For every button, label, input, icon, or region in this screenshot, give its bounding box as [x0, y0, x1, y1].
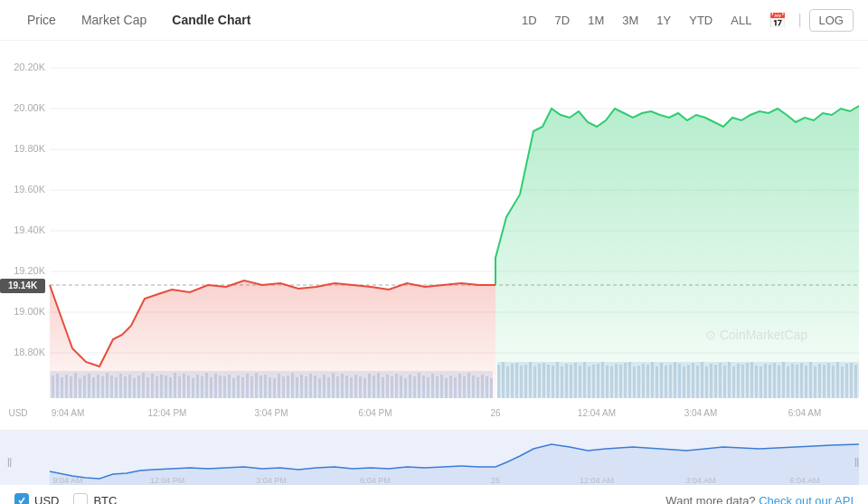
footer: USD BTC Want more data? Check out our AP… — [0, 484, 868, 504]
svg-text:12:04 AM: 12:04 AM — [578, 408, 616, 418]
legend-btc[interactable]: BTC — [73, 493, 117, 504]
svg-text:26: 26 — [490, 408, 501, 418]
btc-label: BTC — [93, 494, 117, 505]
mini-chart[interactable]: || || 9:04 AM 12:04 PM 3:04 PM 6:04 PM 2… — [0, 430, 868, 484]
svg-text:20.00K: 20.00K — [14, 102, 46, 113]
svg-text:⊙ CoinMarketCap: ⊙ CoinMarketCap — [705, 328, 807, 342]
tab-candlechart[interactable]: Candle Chart — [159, 7, 263, 33]
svg-text:9:04 AM: 9:04 AM — [52, 408, 85, 418]
api-link[interactable]: Check out our API — [759, 494, 854, 505]
legend-usd[interactable]: USD — [14, 493, 59, 504]
svg-text:6:04 AM: 6:04 AM — [788, 408, 822, 418]
svg-text:6:04 AM: 6:04 AM — [789, 476, 819, 485]
time-btn-7d[interactable]: 7D — [547, 9, 579, 32]
usd-checkbox[interactable] — [14, 493, 29, 504]
svg-text:19.00K: 19.00K — [14, 306, 46, 317]
svg-text:||: || — [7, 457, 12, 467]
time-btn-3m[interactable]: 3M — [614, 9, 646, 32]
svg-text:9:04 AM: 9:04 AM — [52, 476, 82, 485]
svg-text:3:04 PM: 3:04 PM — [254, 408, 288, 418]
svg-text:3:04 PM: 3:04 PM — [256, 476, 287, 485]
main-chart: 20.20K 20.00K 19.80K 19.60K 19.40K 19.20… — [0, 41, 868, 430]
price-chart-svg: 20.20K 20.00K 19.80K 19.60K 19.40K 19.20… — [0, 41, 868, 430]
time-btn-1d[interactable]: 1D — [514, 9, 545, 32]
svg-text:3:04 AM: 3:04 AM — [685, 476, 715, 485]
time-btn-1m[interactable]: 1M — [580, 9, 612, 32]
svg-text:19.20K: 19.20K — [14, 265, 46, 276]
tab-marketcap[interactable]: Market Cap — [69, 7, 159, 33]
usd-label: USD — [34, 494, 59, 505]
svg-text:6:04 PM: 6:04 PM — [358, 408, 392, 418]
svg-text:6:04 PM: 6:04 PM — [360, 476, 391, 485]
svg-text:19.40K: 19.40K — [14, 224, 46, 235]
time-btn-all[interactable]: ALL — [722, 9, 760, 32]
calendar-icon[interactable]: 📅 — [761, 8, 794, 33]
svg-text:19.60K: 19.60K — [14, 184, 46, 195]
svg-text:18.80K: 18.80K — [14, 347, 46, 357]
svg-text:12:04 PM: 12:04 PM — [148, 408, 187, 418]
svg-text:19.14K: 19.14K — [8, 281, 38, 290]
svg-text:12:04 PM: 12:04 PM — [150, 476, 185, 485]
mini-chart-svg: || || 9:04 AM 12:04 PM 3:04 PM 6:04 PM 2… — [0, 431, 868, 485]
svg-text:USD: USD — [8, 408, 27, 418]
btc-checkbox[interactable] — [73, 493, 88, 504]
svg-text:19.80K: 19.80K — [14, 143, 46, 154]
time-controls: 1D 7D 1M 3M 1Y YTD ALL 📅 | LOG — [514, 8, 854, 33]
svg-text:3:04 AM: 3:04 AM — [684, 408, 718, 418]
time-btn-1y[interactable]: 1Y — [648, 9, 679, 32]
svg-text:20.20K: 20.20K — [14, 62, 46, 72]
tab-price[interactable]: Price — [14, 7, 69, 33]
time-btn-ytd[interactable]: YTD — [681, 9, 721, 32]
log-button[interactable]: LOG — [809, 9, 854, 32]
svg-text:12:04 AM: 12:04 AM — [580, 476, 614, 485]
legend: USD BTC — [14, 493, 117, 504]
header: Price Market Cap Candle Chart 1D 7D 1M 3… — [0, 0, 868, 41]
svg-text:||: || — [854, 457, 859, 467]
tab-group: Price Market Cap Candle Chart — [14, 7, 263, 33]
cta-text: Want more data? Check out our API — [665, 494, 854, 505]
svg-text:26: 26 — [491, 476, 500, 485]
